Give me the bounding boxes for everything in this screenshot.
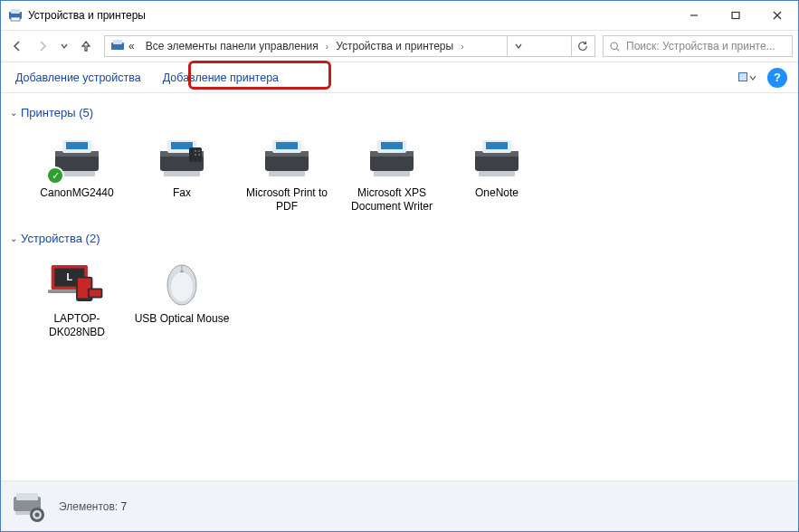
address-bar[interactable]: « Все элементы панели управления › Устро…	[104, 35, 595, 57]
address-dropdown-button[interactable]	[507, 36, 530, 56]
address-root[interactable]: «	[105, 36, 140, 56]
device-item-mouse[interactable]: USB Optical Mouse	[129, 254, 234, 343]
address-root-prefix: «	[128, 40, 135, 52]
help-button[interactable]: ?	[767, 68, 787, 88]
svg-point-60	[35, 512, 40, 517]
add-device-button[interactable]: Добавление устройства	[5, 66, 152, 90]
printer-item-onenote[interactable]: OneNote	[444, 128, 549, 217]
window-title: Устройства и принтеры	[28, 9, 146, 22]
svg-point-27	[198, 154, 200, 156]
svg-rect-56	[16, 493, 38, 500]
printer-icon	[468, 132, 526, 183]
view-options-button[interactable]	[731, 68, 762, 88]
svg-rect-31	[276, 142, 298, 149]
svg-rect-42	[479, 171, 515, 176]
svg-rect-22	[164, 171, 200, 176]
svg-rect-1	[11, 9, 20, 14]
add-printer-button[interactable]: Добавление принтера	[152, 66, 290, 90]
group-title-devices: Устройства (2)	[21, 232, 100, 245]
status-bar: Элементов: 7	[1, 480, 798, 531]
svg-rect-12	[739, 73, 747, 81]
svg-point-9	[611, 43, 617, 49]
item-label: OneNote	[475, 186, 518, 200]
svg-rect-16	[66, 142, 88, 149]
svg-rect-41	[486, 142, 508, 149]
printer-item-canon[interactable]: ✓ CanonMG2440	[24, 128, 129, 217]
search-input[interactable]	[626, 40, 786, 52]
refresh-button[interactable]	[571, 36, 594, 56]
titlebar: Устройства и принтеры	[1, 1, 798, 30]
svg-point-24	[195, 150, 196, 152]
minimize-button[interactable]	[673, 1, 715, 30]
window: Устройства и принтеры « Все элементы пан…	[0, 0, 799, 532]
svg-point-26	[195, 154, 196, 156]
item-label: Microsoft XPS Document Writer	[341, 186, 442, 214]
item-label: Fax	[173, 186, 191, 200]
devices-list: L LAPTOP-DK028NBD	[6, 251, 793, 354]
up-button[interactable]	[75, 35, 97, 57]
svg-point-54	[171, 272, 193, 301]
laptop-icon: L	[48, 258, 106, 309]
address-seg-1[interactable]: Все элементы панели управления	[140, 36, 324, 56]
navbar: « Все элементы панели управления › Устро…	[1, 30, 798, 62]
recent-locations-button[interactable]	[57, 35, 71, 57]
svg-rect-36	[381, 142, 403, 149]
svg-point-25	[198, 150, 200, 152]
printer-item-ms-print-pdf[interactable]: Microsoft Print to PDF	[234, 128, 339, 217]
group-title-printers: Принтеры (5)	[21, 106, 93, 119]
back-button[interactable]	[6, 35, 28, 57]
svg-rect-8	[113, 40, 122, 44]
printer-icon: ✓	[48, 132, 106, 183]
printer-icon	[258, 132, 316, 183]
item-label: USB Optical Mouse	[135, 312, 230, 326]
svg-rect-50	[90, 290, 101, 296]
chevron-right-icon[interactable]: ›	[324, 42, 330, 52]
printers-list: ✓ CanonMG2440 Fax Microsoft Print to PDF	[6, 125, 793, 228]
svg-rect-37	[374, 171, 410, 176]
svg-line-10	[617, 48, 620, 51]
printer-item-fax[interactable]: Fax	[129, 128, 234, 217]
device-item-laptop[interactable]: L LAPTOP-DK028NBD	[24, 254, 129, 343]
svg-rect-17	[59, 171, 95, 176]
status-icon	[10, 489, 48, 524]
mouse-icon	[153, 258, 211, 309]
group-header-printers[interactable]: ⌄ Принтеры (5)	[6, 102, 793, 125]
group-header-devices[interactable]: ⌄ Устройства (2)	[6, 228, 793, 251]
app-icon	[8, 8, 23, 23]
svg-rect-2	[11, 17, 20, 21]
svg-rect-4	[732, 13, 739, 19]
chevron-down-icon: ⌄	[10, 233, 17, 243]
maximize-button[interactable]	[715, 1, 756, 30]
search-box[interactable]	[603, 35, 793, 57]
chevron-down-icon: ⌄	[10, 108, 17, 118]
status-count-label: Элементов:	[59, 500, 118, 513]
item-label: CanonMG2440	[40, 186, 113, 200]
toolbar: Добавление устройства Добавление принтер…	[1, 62, 798, 93]
printer-icon	[363, 132, 421, 183]
svg-rect-32	[269, 171, 305, 176]
window-buttons	[673, 1, 798, 30]
status-count-value: 7	[121, 500, 128, 513]
address-seg-2[interactable]: Устройства и принтеры	[330, 36, 459, 56]
default-check-icon: ✓	[46, 166, 64, 185]
item-label: LAPTOP-DK028NBD	[26, 312, 128, 339]
printer-item-ms-xps[interactable]: Microsoft XPS Document Writer	[339, 128, 444, 217]
search-icon	[609, 41, 621, 52]
fax-icon	[153, 132, 211, 183]
forward-button[interactable]	[32, 35, 53, 57]
content-area: ⌄ Принтеры (5) ✓ CanonMG2440 Fax	[1, 93, 798, 480]
svg-text:L: L	[66, 271, 72, 282]
item-label: Microsoft Print to PDF	[236, 186, 338, 214]
chevron-right-icon[interactable]: ›	[459, 42, 465, 52]
close-button[interactable]	[756, 1, 798, 30]
